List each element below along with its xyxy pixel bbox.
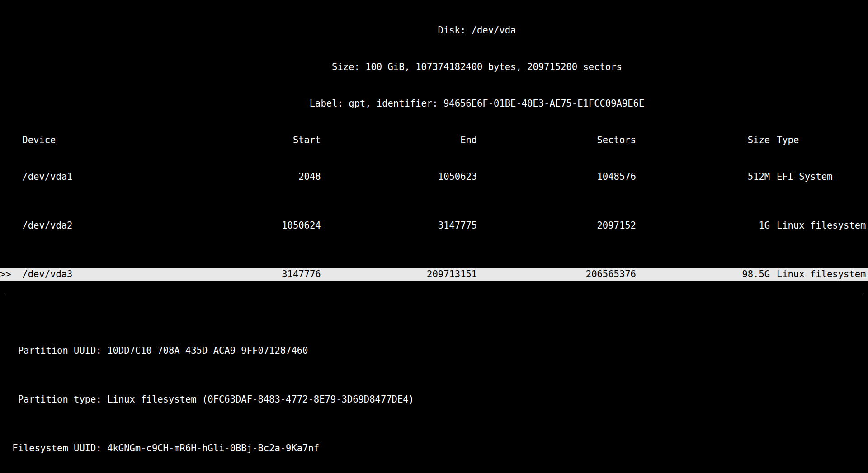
partition-row-vda1[interactable]: /dev/vda1 2048 1050623 1048576 512M EFI … (0, 171, 868, 183)
disk-label-line: Label: gpt, identifier: 94656E6F-01BE-40… (43, 98, 868, 110)
partition-table-header: Device Start End Sectors Size Type (0, 134, 868, 146)
cell-device: /dev/vda2 (22, 220, 167, 232)
info-line: Partition type: Linux filesystem (0FC63D… (7, 393, 861, 406)
partition-table-body: /dev/vda1 2048 1050623 1048576 512M EFI … (0, 146, 868, 293)
cell-size: 512M (636, 171, 770, 183)
info-value: 10DD7C10-708A-435D-ACA9-9FF071287460 (107, 345, 308, 357)
cell-sectors: 206565376 (477, 268, 636, 281)
info-line: Partition UUID: 10DD7C10-708A-435D-ACA9-… (7, 345, 861, 357)
info-line: Filesystem UUID: 4kGNGm-c9CH-mR6H-hGli-0… (7, 442, 861, 454)
row-selection-marker (0, 220, 22, 232)
cell-size: 1G (636, 220, 770, 232)
partition-info-box: Partition UUID: 10DD7C10-708A-435D-ACA9-… (5, 293, 863, 473)
cell-end: 209713151 (321, 268, 477, 281)
col-type: Type (777, 134, 868, 146)
cell-sectors: 2097152 (477, 220, 636, 232)
cell-type: EFI System (777, 171, 868, 183)
cell-end: 1050623 (321, 171, 477, 183)
disk-title: Disk: /dev/vda (43, 24, 868, 37)
col-device: Device (22, 134, 167, 146)
info-label: Partition UUID: (7, 345, 102, 357)
cell-start: 3147776 (167, 268, 321, 281)
cell-start: 2048 (167, 171, 321, 183)
disk-header: Disk: /dev/vda Size: 100 GiB, 1073741824… (43, 0, 868, 134)
col-end: End (321, 134, 477, 146)
row-selection-marker: >> (0, 268, 22, 281)
cell-size: 98.5G (636, 268, 770, 281)
marker-column (0, 134, 22, 146)
disk-size-line: Size: 100 GiB, 107374182400 bytes, 20971… (43, 61, 868, 73)
partition-row-vda2[interactable]: /dev/vda2 1050624 3147775 2097152 1G Lin… (0, 220, 868, 232)
info-label: Filesystem UUID: (7, 442, 102, 454)
cell-start: 1050624 (167, 220, 321, 232)
row-selection-marker (0, 171, 22, 183)
cell-end: 3147775 (321, 220, 477, 232)
cell-device: /dev/vda3 (22, 268, 167, 281)
info-value: Linux filesystem (0FC63DAF-8483-4772-8E7… (107, 393, 414, 406)
partition-row-vda3[interactable]: >> /dev/vda3 3147776 209713151 206565376… (0, 268, 868, 281)
col-size: Size (636, 134, 770, 146)
cell-type: Linux filesystem (777, 268, 868, 281)
cell-device: /dev/vda1 (22, 171, 167, 183)
col-start: Start (167, 134, 321, 146)
info-label: Partition type: (7, 393, 102, 406)
col-sectors: Sectors (477, 134, 636, 146)
cfdisk-terminal: Disk: /dev/vda Size: 100 GiB, 1073741824… (0, 0, 868, 473)
info-value: 4kGNGm-c9CH-mR6H-hGli-0BBj-Bc2a-9Ka7nf (107, 442, 319, 454)
cell-sectors: 1048576 (477, 171, 636, 183)
cell-type: Linux filesystem (777, 220, 868, 232)
